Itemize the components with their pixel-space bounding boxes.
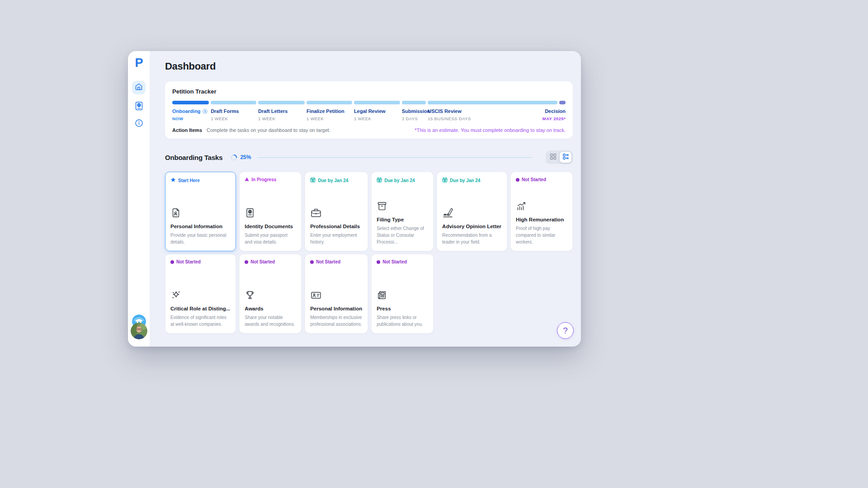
- phase-decision: Decision MAY 2025*: [559, 108, 566, 121]
- phase-draft-letters: Draft Letters 1 WEEK: [258, 108, 305, 121]
- status-badge: Not Started: [245, 259, 296, 264]
- passport-icon: [135, 101, 143, 113]
- page-title: Dashboard: [165, 61, 573, 72]
- phase-uscis-review: USCIS Review 15 BUSINESS DAYS: [428, 108, 557, 121]
- star-icon: [170, 177, 176, 183]
- task-card-professional-details[interactable]: Due by Jan 24 Professional Details Enter…: [305, 172, 368, 251]
- card-title: Personal Information: [170, 224, 230, 229]
- chart-up-icon: [516, 201, 567, 213]
- card-title: High Remuneration: [516, 217, 567, 222]
- card-title: Filing Type: [377, 217, 428, 222]
- grid-view-button[interactable]: [547, 152, 559, 163]
- status-badge: Not Started: [516, 177, 567, 182]
- card-description: Enter your employment history.: [310, 232, 362, 245]
- card-description: Memberships in exclusive professional as…: [310, 314, 362, 328]
- card-description: Evidence of significant roles at well-kn…: [170, 314, 230, 328]
- estimate-note: *This is an estimate. You must complete …: [415, 127, 566, 133]
- card-title: Professional Details: [310, 224, 362, 229]
- app-window: P: [128, 51, 581, 347]
- card-description: Select either Change of Status or Consul…: [377, 225, 428, 245]
- task-card-press[interactable]: Not Started Press Share press links or p…: [371, 254, 434, 333]
- main-content: Dashboard Petition Tracker Onboardingi N…: [150, 51, 581, 347]
- trophy-icon: [245, 290, 296, 302]
- progress-segment: [211, 101, 256, 104]
- task-card-filing-type[interactable]: Due by Jan 24 Filing Type Select either …: [371, 172, 434, 251]
- passport-icon: [245, 207, 296, 220]
- sidebar-item-documents[interactable]: [132, 100, 146, 113]
- task-card-personal-information-memberships[interactable]: Not Started Personal Information Members…: [305, 254, 368, 333]
- user-avatar[interactable]: [131, 323, 147, 339]
- progress-segment: [354, 101, 400, 104]
- pen-icon: [442, 207, 501, 220]
- dot-icon: [170, 260, 174, 264]
- sidebar-item-home[interactable]: [132, 81, 146, 94]
- status-badge: Not Started: [377, 259, 428, 264]
- newspaper-icon: [377, 290, 428, 302]
- triangle-icon: [245, 177, 249, 182]
- list-icon: [562, 153, 569, 162]
- task-card-high-remuneration[interactable]: Not Started High Remuneration Proof of h…: [510, 172, 573, 251]
- onboarding-tasks-header: Onboarding Tasks 25%: [165, 150, 573, 164]
- progress-segment: [258, 101, 305, 104]
- sidebar: P: [128, 51, 150, 347]
- help-button[interactable]: ?: [557, 322, 574, 339]
- phase-submission: Submission 3 DAYS: [402, 108, 426, 121]
- dot-icon: [377, 260, 380, 264]
- progress-segment: [402, 101, 426, 104]
- action-items-text: Complete the tasks on your dashboard to …: [207, 127, 330, 133]
- card-title: Advisory Opinion Letter: [442, 224, 501, 229]
- progress-segment: [172, 101, 209, 104]
- onboarding-tasks-title: Onboarding Tasks: [165, 154, 222, 161]
- list-view-button[interactable]: [560, 152, 571, 163]
- task-card-advisory-opinion-letter[interactable]: Due by Jan 24 Advisory Opinion Letter Re…: [437, 172, 507, 251]
- status-badge: Due by Jan 24: [442, 177, 501, 183]
- phase-info-icon[interactable]: i: [203, 109, 208, 114]
- calendar-icon: [377, 177, 382, 183]
- card-title: Critical Role at Disting...: [170, 306, 230, 311]
- card-description: Submit your passport and visa details.: [245, 232, 296, 245]
- progress-segment: [559, 101, 566, 104]
- dot-icon: [516, 178, 519, 182]
- phase-finalize-petition: Finalize Petition 1 WEEK: [307, 108, 352, 121]
- dot-icon: [310, 260, 314, 264]
- phase-onboarding: Onboardingi NOW: [172, 108, 209, 121]
- view-toggle: [546, 150, 573, 164]
- id-card-icon: [310, 290, 362, 302]
- status-badge: Due by Jan 24: [310, 177, 362, 183]
- task-card-identity-documents[interactable]: In Progress Identity Documents Submit yo…: [239, 172, 302, 251]
- file-user-icon: [170, 207, 230, 220]
- progress-segment: [307, 101, 352, 104]
- status-badge: Not Started: [310, 259, 362, 264]
- petition-tracker-title: Petition Tracker: [172, 88, 566, 95]
- card-title: Identity Documents: [245, 224, 296, 229]
- header-divider: [257, 157, 532, 158]
- card-title: Press: [377, 306, 428, 311]
- status-badge: In Progress: [245, 177, 296, 182]
- task-card-critical-role[interactable]: Not Started Critical Role at Disting... …: [165, 254, 236, 333]
- card-description: Recommendation from a leader in your fie…: [442, 232, 501, 245]
- dot-icon: [245, 260, 248, 264]
- card-description: Provide your basic personal details.: [170, 232, 230, 245]
- status-badge: Due by Jan 24: [377, 177, 428, 183]
- action-items-label: Action Items: [172, 127, 202, 133]
- app-logo: P: [135, 57, 142, 69]
- question-mark-icon: ?: [563, 326, 568, 336]
- petition-phase-labels: Onboardingi NOW Draft Forms 1 WEEK Draft…: [172, 108, 566, 121]
- card-description: Share your notable awards and recognitio…: [245, 314, 296, 328]
- info-icon: [135, 119, 143, 129]
- grid-icon: [550, 153, 557, 162]
- sidebar-item-info[interactable]: [132, 117, 146, 131]
- calendar-icon: [310, 177, 316, 183]
- progress-percentage: 25%: [240, 154, 251, 160]
- card-title: Personal Information: [310, 306, 362, 311]
- phase-draft-forms: Draft Forms 1 WEEK: [211, 108, 256, 121]
- briefcase-icon: [310, 207, 362, 220]
- task-card-personal-information[interactable]: Start Here Personal Information Provide …: [165, 172, 236, 251]
- onboarding-tasks-grid: Start Here Personal Information Provide …: [165, 172, 573, 333]
- home-icon: [135, 83, 143, 93]
- task-card-awards[interactable]: Not Started Awards Share your notable aw…: [239, 254, 302, 333]
- sparkle-icon: [170, 290, 230, 302]
- card-description: Share press links or publications about …: [377, 314, 428, 328]
- status-badge: Not Started: [170, 259, 230, 264]
- action-items-row: Action Items Complete the tasks on your …: [172, 127, 566, 133]
